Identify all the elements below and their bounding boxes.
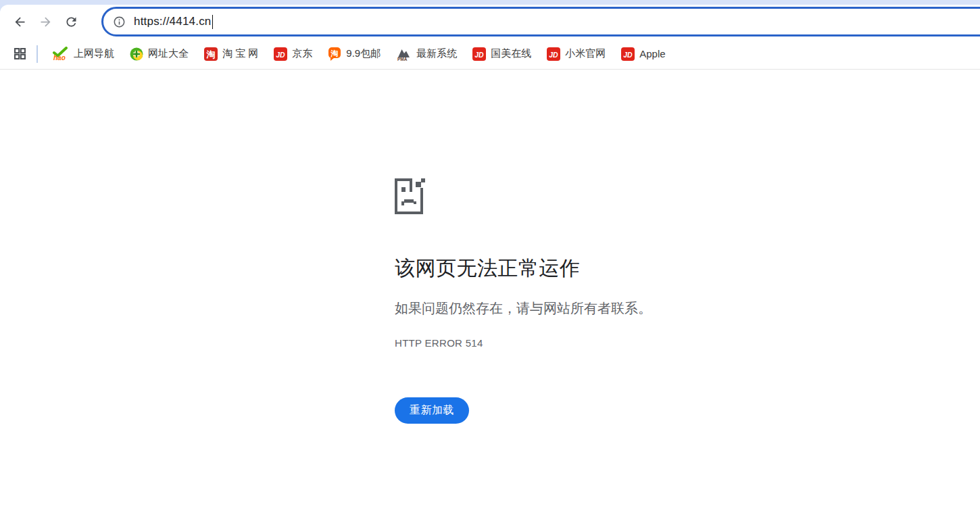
forward-button[interactable]: [32, 9, 58, 34]
browser-window: https://4414.cn hao上网导航 网址大全 淘淘: [0, 0, 980, 521]
bookmark-label: 9.9包邮: [346, 47, 381, 60]
reload-page-button[interactable]: [58, 9, 84, 34]
bookmark-item[interactable]: 淘淘 宝 网: [203, 45, 260, 63]
jd-favicon-icon: JD: [274, 47, 287, 61]
url-text[interactable]: https://4414.cn: [134, 15, 212, 28]
bookmarks-bar: hao上网导航 网址大全 淘淘 宝 网 JD京东 淘9.9包邮 PMA最新系统 …: [0, 39, 980, 70]
jd-favicon-icon: JD: [472, 47, 486, 61]
text-caret: [212, 15, 214, 29]
error-page: 该网页无法正常运作 如果问题仍然存在，请与网站所有者联系。 HTTP ERROR…: [0, 70, 980, 521]
bookmarks-divider: [36, 45, 38, 63]
apps-grid-button[interactable]: [8, 43, 31, 66]
bookmarks-list: hao上网导航 网址大全 淘淘 宝 网 JD京东 淘9.9包邮 PMA最新系统 …: [49, 45, 667, 63]
jd-favicon-icon: JD: [621, 47, 635, 61]
address-bar[interactable]: https://4414.cn: [101, 7, 980, 36]
reload-error-button[interactable]: 重新加载: [395, 397, 469, 424]
apps-grid-icon: [13, 47, 27, 61]
back-button[interactable]: [7, 9, 32, 34]
bookmark-label: 淘 宝 网: [222, 47, 258, 60]
bookmark-label: 京东: [292, 47, 312, 60]
jd-favicon-icon: JD: [547, 47, 560, 61]
svg-text:淘: 淘: [330, 49, 339, 57]
svg-text:JD: JD: [549, 50, 558, 58]
page-info-icon[interactable]: [113, 16, 126, 28]
error-message: 如果问题仍然存在，请与网站所有者联系。: [395, 299, 868, 318]
bookmark-label: 网址大全: [148, 47, 189, 60]
svg-text:JD: JD: [623, 50, 633, 58]
svg-text:hao: hao: [53, 54, 66, 61]
bookmark-item[interactable]: JDApple: [620, 45, 666, 63]
bookmark-label: 小米官网: [565, 47, 606, 60]
svg-text:JD: JD: [474, 50, 484, 58]
error-content: 该网页无法正常运作 如果问题仍然存在，请与网站所有者联系。 HTTP ERROR…: [395, 178, 868, 424]
bookmark-item[interactable]: 淘9.9包邮: [326, 45, 382, 63]
svg-text:JD: JD: [276, 50, 286, 58]
back-arrow-icon: [13, 15, 27, 29]
taobao-favicon-icon: 淘: [204, 47, 218, 61]
bookmark-item[interactable]: 网址大全: [128, 45, 190, 63]
bookmark-item[interactable]: PMA最新系统: [395, 45, 458, 63]
bookmark-item[interactable]: JD国美在线: [471, 45, 533, 63]
pma-favicon-icon: PMA: [396, 47, 412, 61]
svg-text:淘: 淘: [206, 49, 216, 59]
bookmark-item[interactable]: JD小米官网: [545, 45, 607, 63]
bookmark-item[interactable]: JD京东: [272, 45, 314, 63]
bookmark-label: 最新系统: [416, 47, 457, 60]
forward-arrow-icon: [39, 15, 53, 29]
bookmark-item[interactable]: hao上网导航: [49, 45, 116, 63]
nav-ball-favicon-icon: [130, 47, 143, 61]
sad-page-icon: [395, 178, 426, 214]
svg-text:PMA: PMA: [397, 56, 408, 61]
reload-icon: [64, 15, 78, 29]
error-code: HTTP ERROR 514: [395, 337, 868, 349]
hao123-favicon-icon: hao: [51, 47, 69, 61]
taobao-bubble-favicon-icon: 淘: [328, 47, 341, 61]
error-heading: 该网页无法正常运作: [395, 255, 868, 282]
browser-toolbar: https://4414.cn: [0, 5, 980, 39]
bookmark-label: 国美在线: [491, 47, 531, 60]
bookmark-label: Apple: [639, 48, 665, 59]
bookmark-label: 上网导航: [74, 47, 114, 60]
